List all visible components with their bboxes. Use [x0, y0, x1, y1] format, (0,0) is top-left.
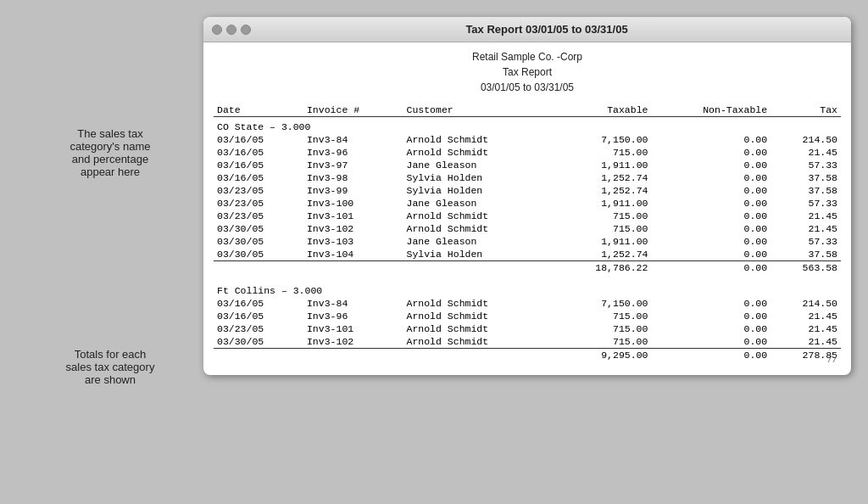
- col-tax: Tax: [771, 104, 841, 117]
- subtotal-row-1: 9,295.000.00278.85: [214, 349, 841, 362]
- title-bar: Tax Report 03/01/05 to 03/31/05: [203, 17, 851, 42]
- col-date: Date: [214, 104, 303, 117]
- table-row: 03/16/05Inv3-84Arnold Schmidt7,150.000.0…: [214, 133, 841, 146]
- window-title: Tax Report 03/01/05 to 03/31/05: [251, 23, 843, 36]
- report-company: Retail Sample Co. -Corp: [214, 49, 841, 64]
- table-row: 03/16/05Inv3-96Arnold Schmidt715.000.002…: [214, 146, 841, 159]
- table-row: 03/16/05Inv3-97Jane Gleason1,911.000.005…: [214, 159, 841, 171]
- traffic-lights: [212, 25, 251, 35]
- col-nontaxable: Non-Taxable: [651, 104, 771, 117]
- report-content: Retail Sample Co. -Corp Tax Report 03/01…: [203, 42, 851, 375]
- annotation-area: The sales tax category's name and percen…: [17, 17, 203, 386]
- table-row: 03/30/05Inv3-102Arnold Schmidt715.000.00…: [214, 222, 841, 235]
- table-row: 03/23/05Inv3-99Sylvia Holden1,252.740.00…: [214, 184, 841, 197]
- close-button[interactable]: [212, 25, 222, 35]
- category-row-0: CO State – 3.000: [214, 117, 841, 134]
- spacer-row: [214, 361, 841, 368]
- col-customer: Customer: [403, 104, 552, 117]
- page-wrapper: The sales tax category's name and percen…: [0, 0, 868, 504]
- table-row: 03/23/05Inv3-101Arnold Schmidt715.000.00…: [214, 210, 841, 222]
- table-row: 03/30/05Inv3-104Sylvia Holden1,252.740.0…: [214, 248, 841, 261]
- table-row: 03/23/05Inv3-101Arnold Schmidt715.000.00…: [214, 322, 841, 335]
- report-window: Tax Report 03/01/05 to 03/31/05 Retail S…: [203, 17, 851, 375]
- scroll-area[interactable]: Date Invoice # Customer Taxable Non-Taxa…: [214, 104, 841, 368]
- spacer-row: [214, 274, 841, 281]
- report-date-range: 03/01/05 to 03/31/05: [214, 80, 841, 95]
- table-row: 03/30/05Inv3-103Jane Gleason1,911.000.00…: [214, 235, 841, 248]
- col-taxable: Taxable: [552, 104, 652, 117]
- report-type: Tax Report: [214, 64, 841, 80]
- table-header-row: Date Invoice # Customer Taxable Non-Taxa…: [214, 104, 841, 117]
- category-row-1: Ft Collins – 3.000: [214, 281, 841, 297]
- table-row: 03/30/05Inv3-102Arnold Schmidt715.000.00…: [214, 335, 841, 349]
- table-row: 03/16/05Inv3-84Arnold Schmidt7,150.000.0…: [214, 297, 841, 310]
- minimize-button[interactable]: [226, 25, 236, 35]
- scrollbar-corner: //: [827, 356, 837, 365]
- report-header: Retail Sample Co. -Corp Tax Report 03/01…: [214, 49, 841, 95]
- annotation-text-2: Totals for each sales tax category are s…: [17, 348, 203, 386]
- annotation-block-1: The sales tax category's name and percen…: [17, 127, 203, 178]
- table-row: 03/23/05Inv3-100Jane Gleason1,911.000.00…: [214, 197, 841, 210]
- annotation-text-1: The sales tax category's name and percen…: [17, 127, 203, 178]
- subtotal-row-0: 18,786.220.00563.58: [214, 261, 841, 275]
- table-row: 03/16/05Inv3-98Sylvia Holden1,252.740.00…: [214, 171, 841, 184]
- table-row: 03/16/05Inv3-96Arnold Schmidt715.000.002…: [214, 310, 841, 322]
- annotation-block-2: Totals for each sales tax category are s…: [17, 348, 203, 386]
- report-table: Date Invoice # Customer Taxable Non-Taxa…: [214, 104, 841, 368]
- zoom-button[interactable]: [241, 25, 251, 35]
- col-invoice: Invoice #: [303, 104, 403, 117]
